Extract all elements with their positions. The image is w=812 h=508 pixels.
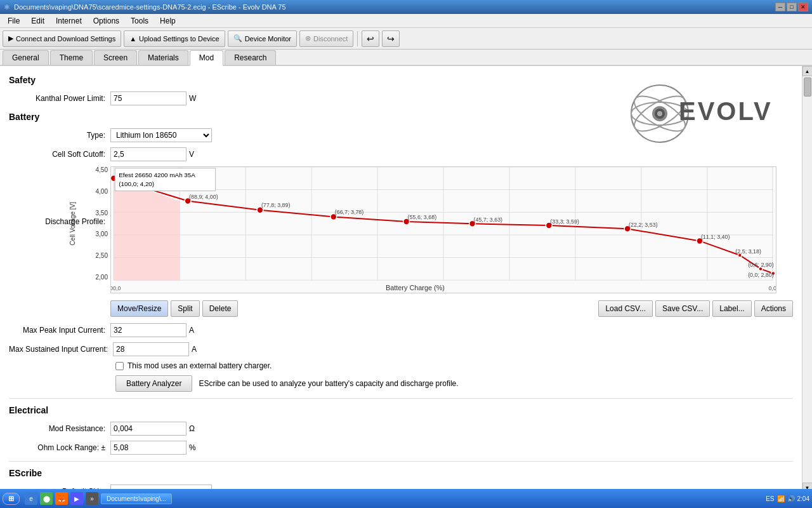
mod-resistance-input[interactable] xyxy=(110,422,187,436)
ohm-lock-unit: % xyxy=(189,443,196,452)
svg-text:(22,2; 3,53): (22,2; 3,53) xyxy=(629,222,658,228)
scroll-area[interactable]: Safety Kanthal Power Limit: W xyxy=(0,66,802,493)
svg-text:(88,9; 4,00): (88,9; 4,00) xyxy=(189,194,218,200)
tab-general[interactable]: General xyxy=(3,50,49,65)
svg-text:(33,3; 3,59): (33,3; 3,59) xyxy=(550,218,579,225)
svg-marker-25 xyxy=(114,178,180,280)
scroll-up-arrow[interactable]: ▲ xyxy=(802,66,813,76)
delete-button[interactable]: Delete xyxy=(202,300,239,317)
external-charger-label: This mod uses an external battery charge… xyxy=(128,361,272,370)
menu-options[interactable]: Options xyxy=(88,15,124,27)
ohm-lock-input[interactable] xyxy=(110,441,187,455)
electrical-heading: Electrical xyxy=(9,405,793,415)
tab-screen[interactable]: Screen xyxy=(94,50,137,65)
chart-left-buttons: Move/Resize Split Delete xyxy=(110,300,238,317)
maximize-button[interactable]: □ xyxy=(787,3,797,11)
kanthal-unit: W xyxy=(189,94,196,103)
external-charger-checkbox[interactable] xyxy=(115,362,124,370)
label-button[interactable]: Label... xyxy=(712,300,751,317)
max-sustained-row: Max Sustained Input Current: A xyxy=(9,342,793,356)
move-resize-button[interactable]: Move/Resize xyxy=(110,300,168,317)
toolbar: ▶ Connect and Download Settings ▲ Upload… xyxy=(0,28,812,50)
cell-cutoff-input[interactable] xyxy=(110,147,187,161)
title-bar: ⚛ Documents\vaping\DNA75\scaredmice-sett… xyxy=(0,0,812,14)
y-axis-label-wrapper: Cell Voltage [V] xyxy=(67,166,77,281)
window-title: Documents\vaping\DNA75\scaredmice-settin… xyxy=(14,3,286,11)
battery-analyzer-button[interactable]: Battery Analyzer xyxy=(115,375,192,392)
taskbar-left: ⊞ e ⬤ 🦊 ▶ » Documents\vaping\... xyxy=(3,492,172,493)
section-divider-2 xyxy=(9,461,793,462)
tab-materials[interactable]: Materials xyxy=(138,50,188,65)
svg-text:(11,1; 3,40): (11,1; 3,40) xyxy=(701,234,730,240)
tab-research[interactable]: Research xyxy=(225,50,276,65)
connect-icon: ▶ xyxy=(8,34,13,43)
y-axis-label: Cell Voltage [V] xyxy=(69,202,76,245)
menu-tools[interactable]: Tools xyxy=(126,15,154,27)
max-sustained-unit: A xyxy=(192,345,197,354)
ohm-lock-label: Ohm Lock Range: ± xyxy=(9,443,110,452)
undo-button[interactable]: ↩ xyxy=(362,30,379,47)
close-button[interactable]: ✕ xyxy=(798,3,808,11)
minimize-button[interactable]: ─ xyxy=(775,3,785,11)
kanthal-input[interactable] xyxy=(110,91,187,105)
battery-type-label: Type: xyxy=(9,131,110,140)
device-monitor-button[interactable]: 🔍 Device Monitor xyxy=(228,30,297,47)
svg-text:(0,0; 2,80): (0,0; 2,80) xyxy=(748,272,774,278)
taskbar-icon-ex[interactable]: ▶ xyxy=(70,492,83,493)
svg-text:(77,8; 3,89): (77,8; 3,89) xyxy=(261,202,291,208)
app-icon: ⚛ xyxy=(4,3,10,11)
svg-text:(100,0; 4,20): (100,0; 4,20) xyxy=(119,180,154,187)
save-csv-button[interactable]: Save CSV... xyxy=(655,300,710,317)
menu-help[interactable]: Help xyxy=(155,15,181,27)
split-button[interactable]: Split xyxy=(171,300,199,317)
svg-text:0,0: 0,0 xyxy=(769,285,776,291)
start-button[interactable]: ⊞ xyxy=(3,493,20,493)
upload-icon: ▲ xyxy=(129,35,136,43)
tab-mod[interactable]: Mod xyxy=(190,50,223,66)
max-peak-input[interactable] xyxy=(110,323,187,337)
chart-area: Efest 26650 4200 mAh 35A (100,0; 4,20) (… xyxy=(110,166,793,295)
y-axis-ticks: 4,50 4,00 3,50 3,00 2,50 2,00 xyxy=(79,166,108,281)
connect-download-button[interactable]: ▶ Connect and Download Settings xyxy=(3,30,121,47)
analyzer-note: EScribe can be used to analyze your batt… xyxy=(199,379,458,388)
menu-internet[interactable]: Internet xyxy=(51,15,87,27)
menu-edit[interactable]: Edit xyxy=(26,15,49,27)
taskbar: ⊞ e ⬤ 🦊 ▶ » Documents\vaping\... ES 📶 🔊 … xyxy=(0,489,812,493)
taskbar-icon-more[interactable]: » xyxy=(86,492,98,493)
redo-button[interactable]: ↪ xyxy=(382,30,400,47)
chart-right-buttons: Load CSV... Save CSV... Label... Actions xyxy=(598,300,793,317)
evolv-logo-svg: EVOLV xyxy=(609,76,780,152)
cell-cutoff-label: Cell Soft Cutoff: xyxy=(9,150,110,159)
scrollbar[interactable]: ▲ ▼ xyxy=(802,66,812,493)
scroll-thumb[interactable] xyxy=(804,77,811,97)
battery-type-select[interactable]: Lithium Ion 18650 Lithium Ion 26650 LiPo… xyxy=(110,128,212,142)
actions-button[interactable]: Actions xyxy=(754,300,793,317)
taskbar-icon-ie[interactable]: e xyxy=(25,492,37,493)
section-divider-1 xyxy=(9,398,793,399)
max-peak-label: Max Peak Input Current: xyxy=(9,326,110,335)
svg-text:(66,7; 3,78): (66,7; 3,78) xyxy=(335,209,364,215)
load-csv-button[interactable]: Load CSV... xyxy=(598,300,653,317)
battery-analyzer-row: Battery Analyzer EScribe can be used to … xyxy=(115,375,793,392)
svg-text:Efest 26650 4200 mAh 35A: Efest 26650 4200 mAh 35A xyxy=(119,171,195,178)
max-sustained-label: Max Sustained Input Current: xyxy=(9,345,113,354)
discharge-chart-svg[interactable]: Efest 26650 4200 mAh 35A (100,0; 4,20) (… xyxy=(110,166,776,293)
max-sustained-input[interactable] xyxy=(113,342,189,356)
taskbar-icons: e ⬤ 🦊 ▶ » xyxy=(25,492,98,493)
disconnect-icon: ⊗ xyxy=(305,34,311,43)
disconnect-button[interactable]: ⊗ Disconnect xyxy=(299,30,353,47)
menu-file[interactable]: File xyxy=(3,15,25,27)
svg-text:(0,6; 2,90): (0,6; 2,90) xyxy=(748,262,774,268)
monitor-icon: 🔍 xyxy=(233,34,242,43)
title-bar-controls[interactable]: ─ □ ✕ xyxy=(775,3,808,11)
svg-text:(55,6; 3,68): (55,6; 3,68) xyxy=(408,214,437,220)
tab-theme[interactable]: Theme xyxy=(50,50,93,65)
taskbar-icon-ff[interactable]: 🦊 xyxy=(55,492,68,493)
mod-resistance-row: Mod Resistance: Ω xyxy=(9,422,793,436)
svg-point-6 xyxy=(657,111,662,116)
max-peak-unit: A xyxy=(189,326,194,335)
svg-text:100,0: 100,0 xyxy=(110,285,121,291)
taskbar-icon-chrome[interactable]: ⬤ xyxy=(40,492,53,493)
upload-settings-button[interactable]: ▲ Upload Settings to Device xyxy=(124,30,225,47)
evolv-logo-area: EVOLV xyxy=(609,72,780,155)
